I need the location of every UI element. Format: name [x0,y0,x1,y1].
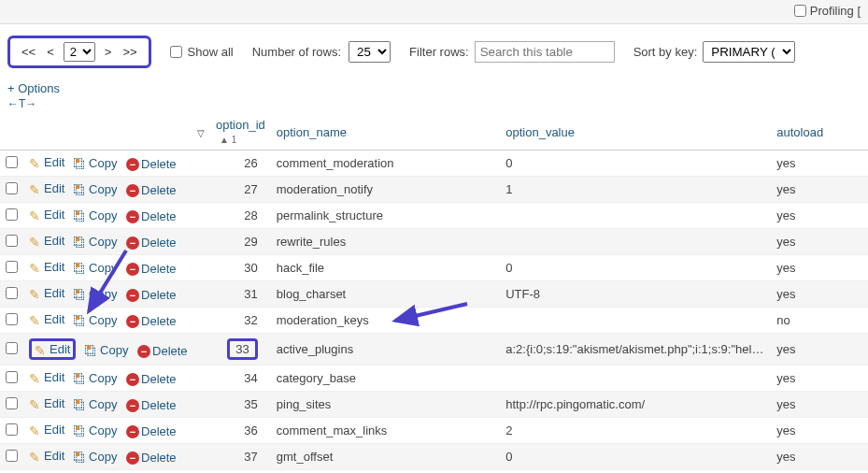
copy-button[interactable]: Copy [74,287,117,301]
filter-input[interactable] [475,41,615,63]
row-checkbox[interactable] [6,156,18,168]
column-option-value[interactable]: option_value [500,114,771,150]
cell-option-name: moderation_keys [271,308,500,334]
show-all-label: Show all [188,45,234,59]
copy-button[interactable]: Copy [74,450,117,464]
cell-option-id: 29 [210,229,271,255]
copy-button[interactable]: Copy [74,261,117,275]
cell-autoload: no [771,308,868,334]
filter-label: Filter rows: [409,45,469,59]
row-checkbox[interactable] [6,287,18,299]
edit-button[interactable]: Edit [29,260,64,274]
edit-button[interactable]: Edit [29,181,64,195]
row-checkbox[interactable] [6,397,18,409]
delete-icon [126,158,139,171]
row-checkbox[interactable] [6,261,18,273]
cell-autoload: yes [771,418,868,444]
delete-button[interactable]: Delete [137,344,188,358]
row-checkbox[interactable] [6,423,18,436]
cell-option-value: UTF-8 [500,281,771,308]
cell-option-id: 26 [210,150,271,177]
edit-button[interactable]: Edit [29,234,64,248]
data-table: ▽ option_id ▲ 1 option_name option_value… [0,114,868,473]
dropdown-icon[interactable]: ▽ [197,128,205,138]
row-checkbox[interactable] [6,371,18,383]
show-all-checkbox[interactable] [170,46,182,58]
delete-button[interactable]: Delete [126,451,177,465]
cell-autoload: yes [771,229,868,255]
cell-option-name: permalink_structure [271,203,500,229]
copy-button[interactable]: Copy [74,313,117,327]
profiling-checkbox[interactable] [794,5,806,17]
cell-autoload: yes [771,392,868,418]
copy-icon [74,288,87,301]
table-row: Edit Copy Delete 28 permalink_structure … [0,203,868,229]
copy-button[interactable]: Copy [74,235,117,249]
delete-button[interactable]: Delete [126,262,177,276]
options-link[interactable]: + Options [0,76,868,97]
cell-autoload: yes [771,150,868,177]
edit-button[interactable]: Edit [29,396,64,410]
sort-by-select[interactable]: PRIMARY ( [703,41,795,63]
delete-button[interactable]: Delete [126,288,177,302]
column-option-name[interactable]: option_name [271,114,500,150]
delete-icon [126,263,139,276]
page-first-button[interactable]: << [20,45,37,59]
cell-option-id: 27 [210,177,271,203]
row-checkbox[interactable] [6,208,18,221]
cell-option-id: 35 [210,392,271,418]
copy-button[interactable]: Copy [74,156,117,170]
edit-button[interactable]: Edit [29,312,64,326]
edit-button[interactable]: Edit [29,208,64,222]
row-checkbox[interactable] [6,235,18,247]
copy-button[interactable]: Copy [74,208,117,222]
delete-button[interactable]: Delete [126,209,177,223]
cell-option-name: comment_moderation [271,150,500,177]
table-row: Edit Copy Delete 36 comment_max_links 2 … [0,418,868,444]
cell-option-id: 33 [210,334,271,366]
delete-button[interactable]: Delete [126,157,177,171]
delete-button[interactable]: Delete [126,398,177,412]
page-last-button[interactable]: >> [121,45,138,59]
edit-button[interactable]: Edit [29,338,76,360]
copy-button[interactable]: Copy [74,423,117,437]
cell-option-value: a:2:{i:0;s:19:"akismet/akismet.php";i:1;… [500,334,771,366]
delete-button[interactable]: Delete [126,424,177,438]
table-row: Edit Copy Delete 35 ping_sites http://rp… [0,392,868,418]
row-checkbox[interactable] [6,450,18,462]
copy-button[interactable]: Copy [74,182,117,196]
delete-icon [126,315,139,328]
cell-autoload: yes [771,177,868,203]
edit-button[interactable]: Edit [29,449,64,463]
copy-button[interactable]: Copy [74,371,117,385]
profiling-toggle[interactable]: Profiling [ [794,4,861,18]
copy-button[interactable]: Copy [74,397,117,411]
copy-button[interactable]: Copy [85,343,128,357]
copy-icon [74,236,87,249]
page-select[interactable]: 2 [64,42,95,62]
column-autoload[interactable]: autoload [771,114,868,150]
edit-icon [29,313,42,326]
edit-icon [29,371,42,384]
edit-button[interactable]: Edit [29,286,64,300]
edit-button[interactable]: Edit [29,370,64,384]
cell-option-value: 1 [500,470,771,474]
row-checkbox[interactable] [6,182,18,194]
edit-button[interactable]: Edit [29,155,64,169]
page-prev-button[interactable]: < [45,45,56,59]
column-option-id[interactable]: option_id ▲ 1 [210,114,271,150]
num-rows-select[interactable]: 25 [349,41,391,63]
cell-option-name: hack_file [271,255,500,281]
column-sort-icons[interactable]: ←T→ [0,97,868,114]
delete-button[interactable]: Delete [126,372,177,386]
delete-button[interactable]: Delete [126,314,177,328]
row-checkbox[interactable] [6,313,18,325]
copy-icon [74,183,87,196]
edit-button[interactable]: Edit [29,423,64,437]
delete-button[interactable]: Delete [126,236,177,250]
cell-option-name: moderation_notify [271,177,500,203]
row-checkbox[interactable] [6,342,18,354]
delete-button[interactable]: Delete [126,183,177,197]
table-row: Edit Copy Delete 30 hack_file 0 yes [0,255,868,281]
page-next-button[interactable]: > [103,45,114,59]
